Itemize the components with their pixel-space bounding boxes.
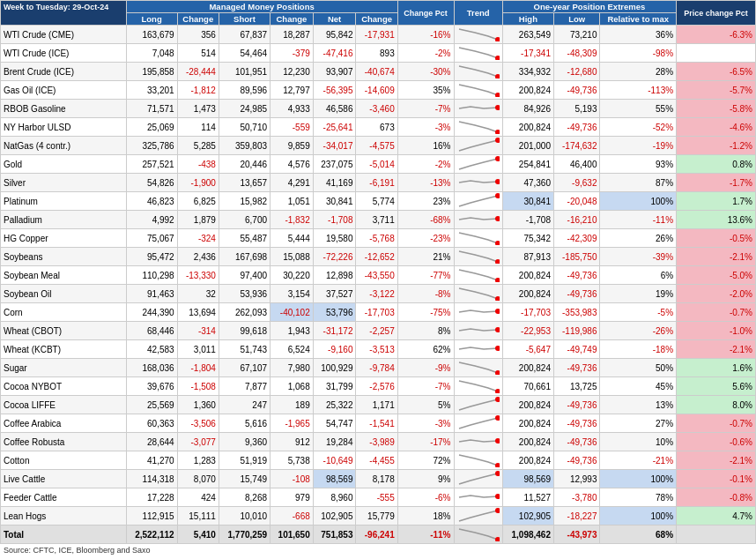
svg-point-0 xyxy=(495,37,500,41)
managed-money-header: Managed Money Positions xyxy=(126,1,397,13)
table-row: Corn244,39013,694262,093-40,10253,796-17… xyxy=(1,303,756,322)
relative-header: Relative to max xyxy=(600,13,677,26)
trend-cell xyxy=(454,322,502,340)
trend-cell xyxy=(454,303,502,322)
trend-cell xyxy=(454,137,502,155)
table-row: Soybeans95,4722,436167,69815,088-72,226-… xyxy=(1,248,756,266)
table-row: Palladium4,9921,8796,700-1,832-1,7083,71… xyxy=(1,211,756,229)
table-row: Soybean Oil91,4633253,9363,15437,527-3,1… xyxy=(1,285,756,303)
trend-cell xyxy=(454,285,502,303)
svg-point-8 xyxy=(495,179,500,184)
trend-cell xyxy=(454,266,502,285)
trend-cell xyxy=(454,155,502,174)
trend-cell xyxy=(454,414,502,433)
table-row: Wheat (CBOT)68,446-31499,6181,943-31,172… xyxy=(1,322,756,340)
svg-point-15 xyxy=(495,309,500,314)
trend-cell xyxy=(454,359,502,377)
main-table: Week to Tuesday: 29-Oct-24 Managed Money… xyxy=(0,0,756,544)
trend-cell xyxy=(454,340,502,359)
svg-point-18 xyxy=(495,370,500,375)
table-row: Coffee Robusta28,644-3,0779,36091219,284… xyxy=(1,433,756,451)
table-row: NatGas (4 contr.)325,7865,285359,8039,85… xyxy=(1,137,756,155)
svg-point-26 xyxy=(495,508,500,513)
trend-cell xyxy=(454,81,502,100)
svg-point-7 xyxy=(495,156,500,161)
week-header: Week to Tuesday: 29-Oct-24 xyxy=(1,1,127,26)
table-row: Cotton41,2701,28351,9195,738-10,649-4,45… xyxy=(1,451,756,470)
trend-cell xyxy=(454,174,502,192)
high-header: High xyxy=(502,13,553,26)
trend-cell xyxy=(454,451,502,470)
trend-header: Trend xyxy=(454,1,502,26)
trend-cell xyxy=(454,377,502,396)
total-row: Total2,522,1125,4101,770,259101,650751,8… xyxy=(1,525,756,544)
table-row: Gold257,521-43820,4464,576237,075-5,014-… xyxy=(1,155,756,174)
change-pct-header: Change Pct xyxy=(397,1,454,26)
svg-point-17 xyxy=(495,346,500,351)
table-row: Gas Oil (ICE)33,201-1,81289,59612,797-56… xyxy=(1,81,756,100)
svg-point-24 xyxy=(495,471,500,476)
svg-point-14 xyxy=(495,296,500,301)
source-text: Source: CFTC, ICE, Bloomberg and Saxo xyxy=(0,544,756,556)
trend-cell xyxy=(454,229,502,248)
trend-cell xyxy=(454,396,502,414)
trend-cell xyxy=(454,488,502,507)
net-header: Net xyxy=(313,13,356,26)
table-row: Lean Hogs112,91515,11110,010-668102,9051… xyxy=(1,507,756,525)
trend-cell xyxy=(454,248,502,266)
svg-point-19 xyxy=(495,389,500,393)
table-row: Feeder Cattle17,2284248,2689798,960-555-… xyxy=(1,488,756,507)
table-row: RBOB Gasoline71,5711,47324,9854,93346,58… xyxy=(1,100,756,118)
table-row: Brent Crude (ICE)195,858-28,444101,95112… xyxy=(1,63,756,81)
table-row: WTI Crude (ICE)7,04851454,464-379-47,416… xyxy=(1,44,756,63)
extremes-header: One-year Position Extremes xyxy=(502,1,676,13)
table-row: Cocoa NYBOT39,676-1,5087,8771,06831,799-… xyxy=(1,377,756,396)
svg-point-10 xyxy=(495,216,500,221)
low-header: Low xyxy=(553,13,599,26)
trend-cell xyxy=(454,192,502,211)
table-row: Platinum46,8236,82515,9821,05130,8415,77… xyxy=(1,192,756,211)
svg-point-2 xyxy=(495,74,500,78)
svg-point-25 xyxy=(495,494,500,499)
table-row: Cocoa LIFFE25,5691,36024718925,3221,1715… xyxy=(1,396,756,414)
table-row: Soybean Meal110,298-13,33097,40030,22012… xyxy=(1,266,756,285)
table-row: Sugar168,036-1,80467,1077,980100,929-9,7… xyxy=(1,359,756,377)
trend-cell xyxy=(454,211,502,229)
trend-cell xyxy=(454,26,502,44)
svg-point-5 xyxy=(495,130,500,134)
trend-cell xyxy=(454,433,502,451)
svg-point-6 xyxy=(495,138,500,143)
trend-cell xyxy=(454,63,502,81)
svg-point-22 xyxy=(495,438,500,443)
svg-point-9 xyxy=(495,193,500,198)
svg-point-1 xyxy=(495,56,500,60)
svg-point-4 xyxy=(495,105,500,110)
svg-point-12 xyxy=(495,259,500,264)
svg-point-16 xyxy=(495,327,500,332)
change-long-header: Change xyxy=(177,13,219,26)
table-row: NY Harbor ULSD25,06911450,710-559-25,641… xyxy=(1,118,756,137)
short-header: Short xyxy=(219,13,270,26)
svg-point-11 xyxy=(495,241,500,245)
trend-cell xyxy=(454,44,502,63)
trend-cell xyxy=(454,100,502,118)
table-row: Coffee Arabica60,363-3,5065,616-1,96554,… xyxy=(1,414,756,433)
svg-point-3 xyxy=(495,93,500,97)
change-short-header: Change xyxy=(271,13,314,26)
svg-point-27 xyxy=(495,537,500,541)
table-row: HG Copper75,067-32455,4875,44419,580-5,7… xyxy=(1,229,756,248)
svg-point-21 xyxy=(495,415,500,421)
trend-cell xyxy=(454,118,502,137)
change-net-header: Change xyxy=(356,13,397,26)
svg-point-20 xyxy=(495,397,500,402)
long-header: Long xyxy=(126,13,177,26)
trend-cell xyxy=(454,470,502,488)
table-row: Wheat (KCBT)42,5833,01151,7436,524-9,160… xyxy=(1,340,756,359)
svg-point-13 xyxy=(495,278,500,282)
trend-cell xyxy=(454,507,502,525)
svg-point-23 xyxy=(495,463,500,467)
table-row: WTI Crude (CME)163,67935667,83718,28795,… xyxy=(1,26,756,44)
table-row: Silver54,826-1,90013,6574,29141,169-6,19… xyxy=(1,174,756,192)
table-row: Live Cattle114,3188,07015,749-10898,5698… xyxy=(1,470,756,488)
price-chg-header: Price change Pct xyxy=(677,1,756,26)
